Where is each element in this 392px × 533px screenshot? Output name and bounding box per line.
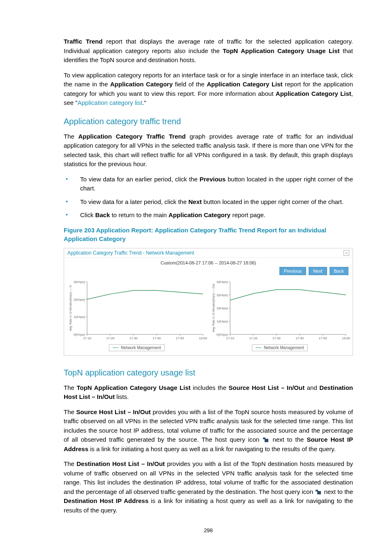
bullet-previous: To view data for an earlier period, clic…: [64, 175, 353, 193]
heading-topn-usage-list: TopN application category usage list: [64, 368, 353, 378]
chart-subtitle: Custom(2014-08-27 17:06 -- 2014-08-27 18…: [64, 258, 353, 267]
svg-text:17:50: 17:50: [176, 336, 184, 340]
svg-text:1(Kbps): 1(Kbps): [74, 315, 85, 319]
paragraph-destination-host-list: The Destination Host List – In/Out provi…: [64, 459, 353, 515]
chart-svg-out: 0(Kbps)1(Kbps)2(Kbps)3(Kbps)4(Kbps)17:10…: [210, 278, 350, 343]
svg-text:2(Kbps): 2(Kbps): [74, 297, 85, 301]
chart-panel-title: Application Category Traffic Trend - Net…: [67, 250, 194, 256]
paragraph-view-instructions: To view application category reports for…: [64, 71, 353, 108]
svg-text:0(Kbps): 0(Kbps): [74, 333, 85, 336]
paragraph-graph-description: The Application Category Traffic Trend g…: [64, 132, 353, 169]
bullets-chart-controls: To view data for an earlier period, clic…: [64, 175, 353, 220]
svg-text:17:10: 17:10: [226, 336, 235, 340]
bullet-back: Click Back to return to the main Applica…: [64, 211, 353, 220]
legend-out: Network Management: [252, 344, 308, 351]
page-number: 298: [64, 527, 353, 533]
svg-text:17:30: 17:30: [272, 336, 281, 340]
collapse-icon[interactable]: −: [344, 250, 349, 256]
svg-text:2(Kbps): 2(Kbps): [217, 306, 228, 310]
back-button[interactable]: Back: [330, 267, 348, 275]
next-button[interactable]: Next: [309, 267, 327, 275]
figure-caption: Figure 203 Application Report: Applicati…: [64, 226, 353, 243]
chart-panel-header: Application Category Traffic Trend - Net…: [64, 248, 353, 258]
svg-text:18:00: 18:00: [199, 336, 207, 340]
svg-text:0(Kbps): 0(Kbps): [217, 333, 228, 336]
svg-text:3(Kbps): 3(Kbps): [217, 293, 228, 297]
svg-text:17:30: 17:30: [129, 336, 138, 340]
svg-text:4(Kbps): 4(Kbps): [217, 280, 228, 284]
svg-text:17:10: 17:10: [83, 336, 92, 340]
paragraph-traffic-trend-intro: Traffic Trend report that displays the a…: [64, 37, 353, 65]
svg-text:Avg. Rate in 10 Minutes(Kbps) : Avg. Rate in 10 Minutes(Kbps) — In: [69, 285, 72, 331]
host-query-icon[interactable]: [316, 490, 321, 495]
svg-text:18:00: 18:00: [342, 336, 350, 340]
legend-in: Network Management: [109, 344, 165, 351]
chart-svg-in: 0(Kbps)1(Kbps)2(Kbps)3(Kbps)17:1017:2017…: [67, 278, 207, 343]
svg-text:17:20: 17:20: [249, 336, 258, 340]
label-topn-usage-list: TopN Application Category Usage List: [223, 47, 340, 54]
previous-button[interactable]: Previous: [279, 267, 306, 275]
bullet-next: To view data for a later period, click t…: [64, 197, 353, 207]
host-query-icon[interactable]: [263, 438, 269, 443]
svg-text:17:20: 17:20: [106, 336, 115, 340]
svg-text:17:40: 17:40: [152, 336, 161, 340]
svg-text:1(Kbps): 1(Kbps): [217, 320, 228, 323]
svg-text:17:40: 17:40: [295, 336, 304, 340]
svg-text:3(Kbps): 3(Kbps): [74, 280, 85, 284]
svg-text:Avg. Rate in 10 Minutes(Kbps) : Avg. Rate in 10 Minutes(Kbps) — Out: [212, 284, 215, 332]
heading-app-category-traffic-trend: Application category traffic trend: [64, 117, 353, 126]
chart-panel: Application Category Traffic Trend - Net…: [64, 248, 353, 356]
chart-out: 0(Kbps)1(Kbps)2(Kbps)3(Kbps)4(Kbps)17:10…: [210, 278, 350, 351]
svg-text:17:50: 17:50: [319, 336, 327, 340]
paragraph-source-host-list: The Source Host List – In/Out provides y…: [64, 408, 353, 454]
chart-in: 0(Kbps)1(Kbps)2(Kbps)3(Kbps)17:1017:2017…: [67, 278, 207, 351]
paragraph-topn-intro: The TopN Application Category Usage List…: [64, 383, 353, 402]
link-app-category-list[interactable]: Application category list: [78, 99, 143, 106]
label-traffic-trend: Traffic Trend: [64, 38, 103, 45]
